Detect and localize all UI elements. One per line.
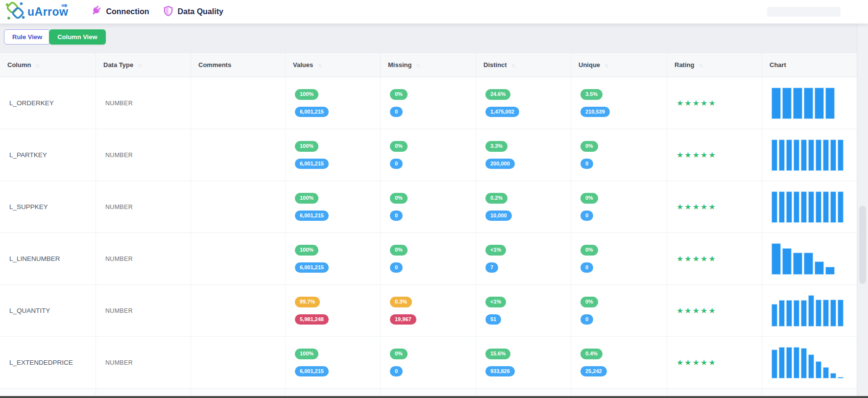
histogram-bar xyxy=(801,348,807,378)
distinct-cell: <1%7 xyxy=(476,233,571,284)
app-logo[interactable]: uArrow ⇒ xyxy=(5,1,69,23)
column-header-label: Column xyxy=(7,61,31,69)
table-row-l-orderkey: L_ORDERKEYNUMBER100%6,001,2150%024.6%1,4… xyxy=(0,77,857,129)
column-header-missing[interactable]: Missing↑↓ xyxy=(381,53,476,77)
nav-item-data-quality[interactable]: Data Quality xyxy=(163,5,223,19)
sort-icon[interactable]: ↑↓ xyxy=(511,62,515,68)
values-cell: 100%6,001,215 xyxy=(286,337,381,388)
missing-percent-badge: 0.3% xyxy=(390,297,412,307)
unique-percent-badge: 0% xyxy=(580,245,598,256)
unique-percent-badge: 0% xyxy=(580,297,598,307)
table-row-l-extendedprice: L_EXTENDEDPRICENUMBER100%6,001,2150%015.… xyxy=(0,337,857,389)
histogram-bar xyxy=(825,88,835,119)
table-body: L_ORDERKEYNUMBER100%6,001,2150%024.6%1,4… xyxy=(0,77,857,389)
star-rating-icon: ★★★★★ xyxy=(676,202,717,211)
distinct-count-badge: 200,000 xyxy=(485,159,515,169)
column-header-label: Distinct xyxy=(483,61,507,69)
unique-cell: 0%0 xyxy=(571,181,667,233)
distinct-cell: 0.2%10,000 xyxy=(476,181,571,233)
values-cell: 100%6,001,215 xyxy=(286,129,381,181)
histogram-bar xyxy=(816,191,821,223)
missing-percent-badge: 0% xyxy=(390,141,408,152)
histogram-bar xyxy=(816,300,821,327)
table-row-l-partkey: L_PARTKEYNUMBER100%6,001,2150%03.3%200,0… xyxy=(0,129,857,181)
rating-cell: ★★★★★ xyxy=(667,181,762,233)
unique-cell: 0%0 xyxy=(571,233,667,284)
sort-icon[interactable]: ↑↓ xyxy=(35,62,39,68)
histogram-bar xyxy=(801,300,807,327)
histogram-bar xyxy=(779,191,785,223)
nav-data-quality-label: Data Quality xyxy=(178,7,223,16)
missing-count-badge: 0 xyxy=(390,159,403,169)
values-cell: 99.7%5,981,248 xyxy=(286,285,381,336)
star-rating-icon: ★★★★★ xyxy=(676,254,717,263)
histogram-bar xyxy=(786,191,792,223)
partial-row-cell xyxy=(476,389,571,396)
distinct-percent-badge: 15.6% xyxy=(485,349,510,359)
unique-count-badge: 210,539 xyxy=(580,107,610,117)
data-type-cell: NUMBER xyxy=(96,233,191,284)
unique-cell: 0%0 xyxy=(571,129,667,181)
star-rating-icon: ★★★★★ xyxy=(676,306,717,315)
column-header-values[interactable]: Values↑↓ xyxy=(286,53,381,77)
column-name-cell: L_PARTKEY xyxy=(0,129,96,181)
column-header-unique[interactable]: Unique↑↓ xyxy=(571,53,667,77)
values-cell: 100%6,001,215 xyxy=(286,77,381,129)
column-header-column[interactable]: Column↑↓ xyxy=(0,53,96,77)
column-profile-table: Column↑↓Data Type↑↓CommentsValues↑↓Missi… xyxy=(0,52,857,396)
histogram-chart xyxy=(772,243,835,275)
data-type-cell: NUMBER xyxy=(96,285,191,336)
histogram-bar xyxy=(772,350,777,378)
view-tabs: Rule View Column View xyxy=(4,29,106,45)
missing-cell: 0%0 xyxy=(381,337,476,388)
column-header-label: Unique xyxy=(579,61,600,69)
histogram-bar xyxy=(772,140,777,171)
comments-cell xyxy=(191,285,286,336)
sort-icon[interactable]: ↑↓ xyxy=(699,62,702,68)
values-count-badge: 6,001,215 xyxy=(295,366,329,377)
comments-cell xyxy=(191,233,286,284)
histogram-chart xyxy=(772,140,844,171)
missing-count-badge: 0 xyxy=(390,107,403,117)
missing-cell: 0%0 xyxy=(381,233,476,284)
unique-count-badge: 0 xyxy=(580,211,593,221)
histogram-bar xyxy=(772,304,777,327)
tab-column-view[interactable]: Column View xyxy=(49,29,105,45)
sort-icon[interactable]: ↑↓ xyxy=(416,62,419,68)
vertical-scrollbar[interactable] xyxy=(857,23,868,398)
column-header-data-type[interactable]: Data Type↑↓ xyxy=(96,53,191,77)
scrollbar-thumb[interactable] xyxy=(859,206,866,284)
nav-item-connection[interactable]: Connection xyxy=(90,5,149,19)
column-header-label: Rating xyxy=(675,61,694,69)
histogram-bar xyxy=(823,140,829,171)
sort-icon[interactable]: ↑↓ xyxy=(138,62,141,68)
unique-percent-badge: 0.4% xyxy=(580,349,603,359)
histogram-bar xyxy=(782,248,792,275)
tab-rule-view[interactable]: Rule View xyxy=(4,29,50,45)
partial-row-cell xyxy=(667,389,762,396)
unique-count-badge: 25,242 xyxy=(580,366,607,377)
distinct-cell: 24.6%1,475,002 xyxy=(476,77,571,129)
histogram-bar xyxy=(838,140,844,171)
missing-cell: 0%0 xyxy=(381,129,476,181)
unique-count-badge: 0 xyxy=(580,262,593,273)
sort-icon[interactable]: ↑↓ xyxy=(317,62,321,68)
values-count-badge: 6,001,215 xyxy=(295,211,329,221)
partial-row-cell xyxy=(96,389,191,396)
missing-count-badge: 0 xyxy=(390,366,403,377)
histogram-bar xyxy=(838,377,844,378)
histogram-bar xyxy=(815,88,824,119)
histogram-bar xyxy=(772,191,777,223)
sort-icon[interactable]: ↑↓ xyxy=(604,62,608,68)
histogram-bar xyxy=(830,300,836,327)
column-header-rating[interactable]: Rating↑↓ xyxy=(667,53,762,77)
column-header-label: Data Type xyxy=(103,61,133,69)
data-type-cell: NUMBER xyxy=(96,181,191,233)
missing-percent-badge: 0% xyxy=(390,245,408,256)
column-header-distinct[interactable]: Distinct↑↓ xyxy=(476,53,571,77)
plug-icon xyxy=(90,5,102,19)
missing-count-badge: 19,967 xyxy=(390,314,416,325)
partial-row-cell xyxy=(571,389,667,396)
histogram-bar xyxy=(794,140,799,171)
histogram-bar xyxy=(830,140,836,171)
